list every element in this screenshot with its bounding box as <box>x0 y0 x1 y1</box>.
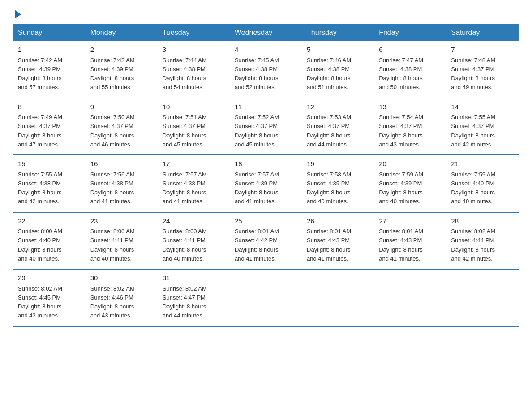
day-info: Sunrise: 8:01 AMSunset: 4:43 PMDaylight:… <box>307 228 351 262</box>
calendar-cell: 14 Sunrise: 7:55 AMSunset: 4:37 PMDaylig… <box>446 98 519 155</box>
day-number: 5 <box>307 45 369 55</box>
header-thursday: Thursday <box>302 24 374 41</box>
day-number: 4 <box>235 45 297 55</box>
calendar-cell: 9 Sunrise: 7:50 AMSunset: 4:37 PMDayligh… <box>86 98 158 155</box>
calendar-cell <box>230 269 302 326</box>
day-info: Sunrise: 7:56 AMSunset: 4:38 PMDaylight:… <box>90 171 135 205</box>
day-number: 29 <box>18 273 81 283</box>
calendar-cell: 4 Sunrise: 7:45 AMSunset: 4:38 PMDayligh… <box>230 41 302 98</box>
day-number: 21 <box>451 159 514 169</box>
day-info: Sunrise: 8:00 AMSunset: 4:40 PMDaylight:… <box>18 228 62 262</box>
calendar-table: SundayMondayTuesdayWednesdayThursdayFrid… <box>13 24 519 327</box>
calendar-cell: 10 Sunrise: 7:51 AMSunset: 4:37 PMDaylig… <box>158 98 230 155</box>
day-info: Sunrise: 7:59 AMSunset: 4:39 PMDaylight:… <box>379 171 423 205</box>
calendar-cell: 1 Sunrise: 7:42 AMSunset: 4:39 PMDayligh… <box>13 41 86 98</box>
calendar-cell: 12 Sunrise: 7:53 AMSunset: 4:37 PMDaylig… <box>302 98 374 155</box>
calendar-cell: 23 Sunrise: 8:00 AMSunset: 4:41 PMDaylig… <box>86 212 158 270</box>
calendar-cell <box>302 269 374 326</box>
day-number: 22 <box>18 216 81 227</box>
day-number: 3 <box>163 45 225 55</box>
day-number: 7 <box>451 45 514 55</box>
day-info: Sunrise: 8:01 AMSunset: 4:43 PMDaylight:… <box>379 228 423 262</box>
day-info: Sunrise: 8:02 AMSunset: 4:45 PMDaylight:… <box>18 285 62 319</box>
calendar-cell: 30 Sunrise: 8:02 AMSunset: 4:46 PMDaylig… <box>86 269 158 326</box>
day-info: Sunrise: 7:55 AMSunset: 4:38 PMDaylight:… <box>18 171 62 205</box>
day-number: 8 <box>18 102 81 112</box>
calendar-cell: 3 Sunrise: 7:44 AMSunset: 4:38 PMDayligh… <box>158 41 230 98</box>
calendar-cell: 13 Sunrise: 7:54 AMSunset: 4:37 PMDaylig… <box>374 98 446 155</box>
logo <box>13 9 21 15</box>
day-number: 11 <box>235 102 297 112</box>
header-tuesday: Tuesday <box>158 24 230 41</box>
day-number: 10 <box>163 102 225 112</box>
day-info: Sunrise: 7:55 AMSunset: 4:37 PMDaylight:… <box>451 114 495 148</box>
calendar-cell <box>446 269 519 326</box>
day-info: Sunrise: 7:46 AMSunset: 4:38 PMDaylight:… <box>307 57 351 91</box>
day-info: Sunrise: 8:00 AMSunset: 4:41 PMDaylight:… <box>90 228 135 262</box>
calendar-cell: 25 Sunrise: 8:01 AMSunset: 4:42 PMDaylig… <box>230 212 302 270</box>
day-info: Sunrise: 8:00 AMSunset: 4:41 PMDaylight:… <box>163 228 207 262</box>
day-number: 31 <box>163 273 225 283</box>
calendar-cell: 15 Sunrise: 7:55 AMSunset: 4:38 PMDaylig… <box>13 155 86 212</box>
day-number: 26 <box>307 216 369 227</box>
calendar-cell: 18 Sunrise: 7:57 AMSunset: 4:39 PMDaylig… <box>230 155 302 212</box>
day-info: Sunrise: 7:44 AMSunset: 4:38 PMDaylight:… <box>163 57 207 91</box>
calendar-cell: 5 Sunrise: 7:46 AMSunset: 4:38 PMDayligh… <box>302 41 374 98</box>
day-number: 16 <box>90 159 153 169</box>
calendar-cell: 11 Sunrise: 7:52 AMSunset: 4:37 PMDaylig… <box>230 98 302 155</box>
day-info: Sunrise: 8:02 AMSunset: 4:47 PMDaylight:… <box>163 285 207 319</box>
page-header <box>13 9 519 15</box>
logo-arrow-icon <box>15 10 21 19</box>
day-number: 17 <box>163 159 225 169</box>
calendar-cell: 31 Sunrise: 8:02 AMSunset: 4:47 PMDaylig… <box>158 269 230 326</box>
day-info: Sunrise: 7:49 AMSunset: 4:37 PMDaylight:… <box>18 114 62 148</box>
day-info: Sunrise: 7:53 AMSunset: 4:37 PMDaylight:… <box>307 114 351 148</box>
calendar-cell: 24 Sunrise: 8:00 AMSunset: 4:41 PMDaylig… <box>158 212 230 270</box>
calendar-cell <box>374 269 446 326</box>
day-info: Sunrise: 7:59 AMSunset: 4:40 PMDaylight:… <box>451 171 495 205</box>
calendar-cell: 19 Sunrise: 7:58 AMSunset: 4:39 PMDaylig… <box>302 155 374 212</box>
calendar-week-row: 22 Sunrise: 8:00 AMSunset: 4:40 PMDaylig… <box>13 212 519 270</box>
calendar-cell: 26 Sunrise: 8:01 AMSunset: 4:43 PMDaylig… <box>302 212 374 270</box>
calendar-cell: 7 Sunrise: 7:48 AMSunset: 4:37 PMDayligh… <box>446 41 519 98</box>
day-number: 12 <box>307 102 369 112</box>
day-info: Sunrise: 8:01 AMSunset: 4:42 PMDaylight:… <box>235 228 279 262</box>
header-wednesday: Wednesday <box>230 24 302 41</box>
calendar-cell: 2 Sunrise: 7:43 AMSunset: 4:39 PMDayligh… <box>86 41 158 98</box>
day-number: 19 <box>307 159 369 169</box>
day-info: Sunrise: 7:52 AMSunset: 4:37 PMDaylight:… <box>235 114 279 148</box>
day-info: Sunrise: 7:57 AMSunset: 4:39 PMDaylight:… <box>235 171 279 205</box>
calendar-cell: 29 Sunrise: 8:02 AMSunset: 4:45 PMDaylig… <box>13 269 86 326</box>
day-number: 23 <box>90 216 153 227</box>
header-sunday: Sunday <box>13 24 86 41</box>
calendar-cell: 27 Sunrise: 8:01 AMSunset: 4:43 PMDaylig… <box>374 212 446 270</box>
day-number: 9 <box>90 102 153 112</box>
day-info: Sunrise: 7:57 AMSunset: 4:38 PMDaylight:… <box>163 171 207 205</box>
calendar-cell: 16 Sunrise: 7:56 AMSunset: 4:38 PMDaylig… <box>86 155 158 212</box>
day-number: 18 <box>235 159 297 169</box>
day-number: 27 <box>379 216 442 227</box>
day-number: 24 <box>163 216 225 227</box>
header-saturday: Saturday <box>446 24 519 41</box>
calendar-cell: 21 Sunrise: 7:59 AMSunset: 4:40 PMDaylig… <box>446 155 519 212</box>
day-number: 14 <box>451 102 514 112</box>
day-info: Sunrise: 7:42 AMSunset: 4:39 PMDaylight:… <box>18 57 62 91</box>
day-number: 30 <box>90 273 153 283</box>
day-info: Sunrise: 8:02 AMSunset: 4:46 PMDaylight:… <box>90 285 135 319</box>
day-number: 1 <box>18 45 81 55</box>
day-info: Sunrise: 8:02 AMSunset: 4:44 PMDaylight:… <box>451 228 495 262</box>
day-info: Sunrise: 7:43 AMSunset: 4:39 PMDaylight:… <box>90 57 135 91</box>
calendar-cell: 28 Sunrise: 8:02 AMSunset: 4:44 PMDaylig… <box>446 212 519 270</box>
day-info: Sunrise: 7:45 AMSunset: 4:38 PMDaylight:… <box>235 57 279 91</box>
day-info: Sunrise: 7:54 AMSunset: 4:37 PMDaylight:… <box>379 114 423 148</box>
calendar-cell: 8 Sunrise: 7:49 AMSunset: 4:37 PMDayligh… <box>13 98 86 155</box>
calendar-header-row: SundayMondayTuesdayWednesdayThursdayFrid… <box>13 24 519 41</box>
day-info: Sunrise: 7:51 AMSunset: 4:37 PMDaylight:… <box>163 114 207 148</box>
calendar-cell: 20 Sunrise: 7:59 AMSunset: 4:39 PMDaylig… <box>374 155 446 212</box>
day-info: Sunrise: 7:58 AMSunset: 4:39 PMDaylight:… <box>307 171 351 205</box>
calendar-week-row: 29 Sunrise: 8:02 AMSunset: 4:45 PMDaylig… <box>13 269 519 326</box>
calendar-week-row: 15 Sunrise: 7:55 AMSunset: 4:38 PMDaylig… <box>13 155 519 212</box>
day-number: 6 <box>379 45 442 55</box>
day-number: 2 <box>90 45 153 55</box>
day-info: Sunrise: 7:50 AMSunset: 4:37 PMDaylight:… <box>90 114 135 148</box>
